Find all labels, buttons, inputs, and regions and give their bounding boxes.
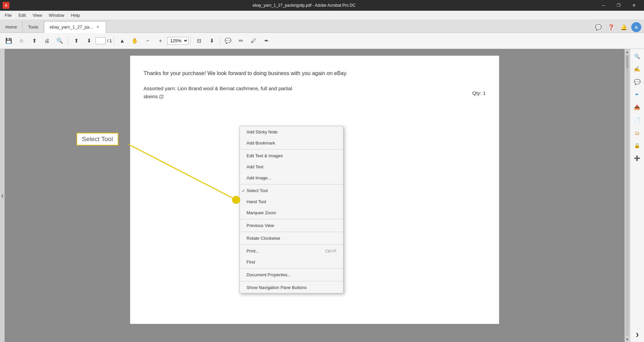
cm-add-image[interactable]: Add Image... <box>240 172 343 183</box>
pdf-line1: Thanks for your purchase! We look forwar… <box>144 69 486 78</box>
cm-separator-7 <box>240 281 343 281</box>
toolbar: 💾 ☆ ⬆ 🖨 🔍 ⬆ ⬇ 1 / 1 ▲ ✋ − + 125% 100% 75… <box>0 33 644 49</box>
tab-home[interactable]: Home <box>0 21 23 33</box>
toolbar-separator-1 <box>68 36 68 46</box>
zoom-select[interactable]: 125% 100% 75% 50% <box>167 37 189 45</box>
search-button[interactable]: 🔍 <box>54 35 66 47</box>
tab-tools[interactable]: Tools <box>23 21 44 33</box>
cm-separator-1 <box>240 149 343 150</box>
cm-edit-text-images[interactable]: Edit Text & Images <box>240 150 343 161</box>
right-sidebar: 🔍 ✍ 💬 ✒ 📤 📄 🗂 🔒 ➕ ❯ <box>630 49 644 342</box>
snap-view-button[interactable]: ⊟ <box>193 35 205 47</box>
zoom-in-button[interactable]: + <box>154 35 166 47</box>
tab-bar: Home Tools ebay_yarn_1_27_pa... ✕ 💬 ❓ 🔔 … <box>0 20 644 33</box>
minimize-button[interactable]: ─ <box>596 0 611 11</box>
sidebar-zoom-button[interactable]: 🔍 <box>631 50 643 62</box>
main-area: ❮ Thanks for your purchase! We look forw… <box>0 49 644 342</box>
hand-tool-button[interactable]: ✋ <box>129 35 141 47</box>
page-indicator: 1 / 1 <box>96 37 112 44</box>
upload-button[interactable]: ⬆ <box>28 35 40 47</box>
sidebar-more-button[interactable]: ➕ <box>631 152 643 164</box>
cm-show-nav-pane[interactable]: Show Navigation Pane Buttons <box>240 282 343 293</box>
menu-bar: File Edit View Window Help <box>0 11 644 20</box>
page-number-input[interactable]: 1 <box>96 37 106 44</box>
cm-separator-6 <box>240 268 343 269</box>
cm-add-bookmark[interactable]: Add Bookmark <box>240 137 343 149</box>
cm-add-text[interactable]: Add Text <box>240 161 343 172</box>
menu-help[interactable]: Help <box>68 11 84 19</box>
stamp-button[interactable]: ✒ <box>260 35 272 47</box>
sidebar-collapse-button[interactable]: ❯ <box>631 329 643 341</box>
sidebar-comment-button[interactable]: 💬 <box>631 76 643 88</box>
sidebar-fill-sign-button[interactable]: ✒ <box>631 89 643 101</box>
cm-separator-3 <box>240 219 343 219</box>
cm-hand-tool[interactable]: Hand Tool <box>240 196 343 207</box>
cm-rotate-clockwise[interactable]: Rotate Clockwise <box>240 233 343 244</box>
cm-separator-4 <box>240 232 343 232</box>
message-icon-btn[interactable]: 💬 <box>593 22 604 33</box>
help-icon-btn[interactable]: ❓ <box>606 22 616 33</box>
comment-tool-button[interactable]: 💬 <box>222 35 234 47</box>
sidebar-create-pdf-button[interactable]: 📄 <box>631 114 643 126</box>
pen-tool-button[interactable]: ✏ <box>235 35 247 47</box>
download-button[interactable]: ⬇ <box>206 35 218 47</box>
cm-document-properties[interactable]: Document Properties... <box>240 269 343 280</box>
sidebar-sign-button[interactable]: ✍ <box>631 63 643 75</box>
save-button[interactable]: 💾 <box>3 35 15 47</box>
cm-select-tool[interactable]: Select Tool <box>240 185 343 196</box>
pdf-line3: skeins (2 <box>144 93 486 101</box>
tab-close-button[interactable]: ✕ <box>95 24 100 30</box>
toolbar-separator-3 <box>191 36 191 46</box>
cm-find[interactable]: Find <box>240 256 343 268</box>
toolbar-separator-4 <box>220 36 220 46</box>
notifications-icon-btn[interactable]: 🔔 <box>619 22 629 33</box>
next-page-button[interactable]: ⬇ <box>83 35 95 47</box>
qty-label: Qty: 1 <box>472 89 486 97</box>
scroll-thumb[interactable] <box>626 55 629 68</box>
window-title: ebay_yarn_1_27_packingslip.pdf - Adobe A… <box>12 3 596 8</box>
bookmark-button[interactable]: ☆ <box>15 35 28 47</box>
cm-add-sticky-note[interactable]: Add Sticky Note <box>240 126 343 137</box>
toolbar-separator-2 <box>114 36 114 46</box>
menu-edit[interactable]: Edit <box>15 11 29 19</box>
scroll-down-button[interactable]: ▼ <box>625 337 630 342</box>
title-bar: A ebay_yarn_1_27_packingslip.pdf - Adobe… <box>0 0 644 11</box>
print-button[interactable]: 🖨 <box>41 35 53 47</box>
menu-view[interactable]: View <box>29 11 45 19</box>
select-tool-tooltip: Select Tool <box>76 133 118 146</box>
pdf-line2: Assorted yarn: Lion Brand wool & Bernat … <box>144 84 486 93</box>
zoom-out-button[interactable]: − <box>142 35 154 47</box>
close-button[interactable]: ✕ <box>626 0 641 11</box>
left-panel-toggle[interactable]: ❮ <box>0 49 5 342</box>
cm-print[interactable]: Print... Ctrl+P <box>240 245 343 256</box>
content-area: Thanks for your purchase! We look forwar… <box>5 49 625 342</box>
page-total: / 1 <box>107 38 112 43</box>
scroll-up-button[interactable]: ▲ <box>625 49 630 54</box>
prev-page-button[interactable]: ⬆ <box>70 35 82 47</box>
scroll-track[interactable] <box>626 55 629 336</box>
select-tool-button[interactable]: ▲ <box>116 35 128 47</box>
user-avatar[interactable]: A <box>631 22 641 32</box>
highlight-button[interactable]: 🖊 <box>248 35 260 47</box>
sidebar-protect-button[interactable]: 🔒 <box>631 139 643 152</box>
sidebar-organize-button[interactable]: 🗂 <box>631 127 643 139</box>
tab-document[interactable]: ebay_yarn_1_27_pa... ✕ <box>44 21 106 33</box>
app-icon: A <box>3 2 9 9</box>
context-menu: Add Sticky Note Add Bookmark Edit Text &… <box>239 126 343 293</box>
sidebar-export-button[interactable]: 📤 <box>631 101 643 113</box>
cm-previous-view[interactable]: Previous View <box>240 220 343 231</box>
cm-separator-2 <box>240 184 343 184</box>
maximize-button[interactable]: ❐ <box>611 0 626 11</box>
menu-window[interactable]: Window <box>45 11 67 19</box>
cm-marquee-zoom[interactable]: Marquee Zoom <box>240 207 343 218</box>
cm-separator-5 <box>240 244 343 245</box>
zoom-selector[interactable]: 125% 100% 75% 50% <box>167 37 189 45</box>
vertical-scrollbar[interactable]: ▲ ▼ <box>625 49 630 342</box>
menu-file[interactable]: File <box>1 11 15 19</box>
